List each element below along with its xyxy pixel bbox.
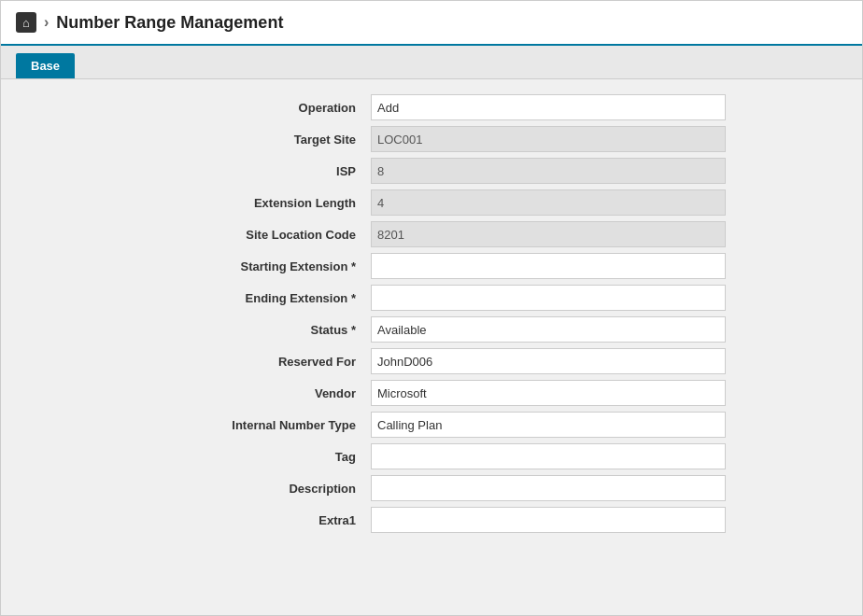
form-row: Extra1 xyxy=(1,507,862,533)
form-label-internal-number-type: Internal Number Type xyxy=(16,418,371,432)
form-label-target-site: Target Site xyxy=(16,133,371,147)
form-row: Reserved For xyxy=(1,348,862,374)
form-row: Operation xyxy=(1,94,862,120)
form-row: Extension Length xyxy=(1,189,862,216)
tab-base[interactable]: Base xyxy=(16,53,75,78)
form-row: Site Location Code xyxy=(1,221,862,247)
form-label-tag: Tag xyxy=(16,450,371,464)
form-row: Status * xyxy=(1,316,862,343)
form-input-vendor[interactable] xyxy=(371,380,726,406)
tab-bar: Base xyxy=(1,46,862,79)
form-row: Tag xyxy=(1,443,862,469)
home-icon[interactable]: ⌂ xyxy=(16,12,36,33)
form-label-vendor: Vendor xyxy=(16,386,371,400)
form-input-extra1[interactable] xyxy=(371,507,726,533)
form-input-tag[interactable] xyxy=(371,443,726,469)
form-row: Starting Extension * xyxy=(1,253,862,279)
form-input-internal-number-type[interactable] xyxy=(371,412,726,438)
form-input-status--[interactable] xyxy=(371,316,726,343)
form-label-starting-extension--: Starting Extension * xyxy=(16,259,371,273)
form-label-isp: ISP xyxy=(16,164,371,178)
header: ⌂ › Number Range Management xyxy=(1,1,862,46)
breadcrumb-separator: › xyxy=(44,14,49,31)
form-row: Internal Number Type xyxy=(1,412,862,438)
form-input-reserved-for[interactable] xyxy=(371,348,726,374)
page-title: Number Range Management xyxy=(56,13,283,33)
form-input-site-location-code xyxy=(371,221,726,247)
form-label-ending-extension--: Ending Extension * xyxy=(16,291,371,305)
form-row: Vendor xyxy=(1,380,862,406)
form-label-operation: Operation xyxy=(16,101,371,115)
form-label-site-location-code: Site Location Code xyxy=(16,228,371,242)
app-container: ⌂ › Number Range Management Base Operati… xyxy=(0,0,863,616)
form-input-starting-extension--[interactable] xyxy=(371,253,726,279)
form-area: OperationTarget SiteISPExtension LengthS… xyxy=(1,79,862,615)
form-row: Ending Extension * xyxy=(1,285,862,311)
form-label-description: Description xyxy=(16,482,371,496)
form-label-extension-length: Extension Length xyxy=(16,196,371,210)
form-label-status--: Status * xyxy=(16,323,371,337)
form-input-isp xyxy=(371,158,726,184)
form-input-description[interactable] xyxy=(371,475,726,501)
form-label-extra1: Extra1 xyxy=(16,513,371,527)
form-input-ending-extension--[interactable] xyxy=(371,285,726,311)
form-input-operation[interactable] xyxy=(371,94,726,120)
form-row: Target Site xyxy=(1,126,862,152)
form-input-target-site xyxy=(371,126,726,152)
form-input-extension-length xyxy=(371,189,726,216)
form-row: Description xyxy=(1,475,862,501)
form-label-reserved-for: Reserved For xyxy=(16,355,371,369)
form-row: ISP xyxy=(1,158,862,184)
